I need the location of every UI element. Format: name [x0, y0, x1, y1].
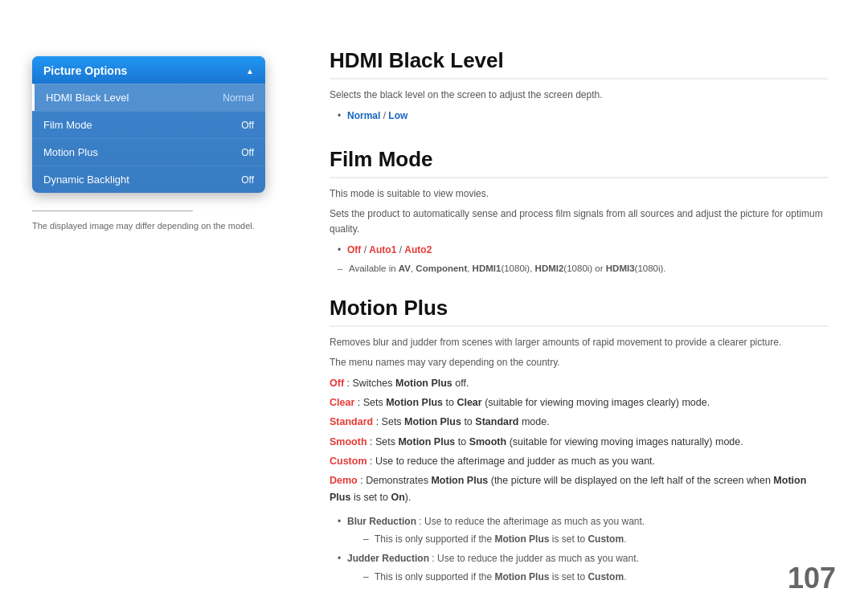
menu-item-film[interactable]: Film Mode Off — [32, 111, 265, 138]
hdmi-desc: Selects the black level on the screen to… — [330, 88, 828, 103]
menu-item-hdmi[interactable]: HDMI Black Level Normal — [32, 84, 265, 111]
option-off: Off — [347, 244, 361, 255]
menu-item-value: Off — [241, 147, 254, 158]
motion-desc1: Removes blur and judder from scenes with… — [330, 335, 828, 350]
section-hdmi-black-level: HDMI Black Level Selects the black level… — [330, 48, 828, 125]
section-title-motion: Motion Plus — [330, 296, 828, 327]
menu-item-motion[interactable]: Motion Plus Off — [32, 138, 265, 166]
motion-clear-line: Clear : Sets Motion Plus to Clear (suita… — [330, 394, 828, 411]
left-note: The displayed image may differ depending… — [32, 219, 273, 233]
motion-demo-line: Demo : Demonstrates Motion Plus (the pic… — [330, 472, 828, 507]
section-title-film: Film Mode — [330, 147, 828, 178]
motion-standard-line: Standard : Sets Motion Plus to Standard … — [330, 414, 828, 431]
label-custom: Custom — [330, 456, 367, 467]
picture-options-menu: Picture Options ▲ HDMI Black Level Norma… — [32, 56, 265, 193]
blur-sub-item: This is only supported if the Motion Plu… — [363, 531, 828, 547]
hdmi-options: Normal / Low — [338, 108, 828, 124]
menu-title: Picture Options — [43, 64, 127, 77]
film-avail-text: – Available in AV, Component, HDMI1(1080… — [338, 264, 828, 273]
hdmi-option-item: Normal / Low — [338, 108, 828, 124]
film-avail-note: – Available in AV, Component, HDMI1(1080… — [338, 264, 828, 273]
motion-smooth-line: Smooth : Sets Motion Plus to Smooth (sui… — [330, 434, 828, 451]
label-demo: Demo — [330, 475, 358, 486]
left-panel: Picture Options ▲ HDMI Black Level Norma… — [0, 32, 305, 581]
section-title-hdmi: HDMI Black Level — [330, 48, 828, 80]
menu-arrow-icon: ▲ — [246, 67, 254, 76]
option-low: Low — [388, 110, 407, 121]
divider — [32, 210, 193, 211]
blur-sub-list: This is only supported if the Motion Plu… — [363, 531, 828, 547]
menu-item-label: HDMI Black Level — [46, 92, 129, 104]
motion-bullet-list: Blur Reduction : Use to reduce the after… — [338, 513, 828, 581]
judder-sub-item: This is only supported if the Motion Plu… — [363, 569, 828, 581]
label-off: Off — [330, 378, 344, 389]
section-film-mode: Film Mode This mode is suitable to view … — [330, 147, 828, 273]
menu-item-value: Off — [241, 120, 254, 131]
film-options: Off / Auto1 / Auto2 — [338, 242, 828, 258]
menu-item-label: Motion Plus — [43, 146, 98, 158]
motion-custom-line: Custom : Use to reduce the afterimage an… — [330, 453, 828, 470]
right-panel: HDMI Black Level Selects the black level… — [305, 32, 868, 581]
menu-item-dynamic[interactable]: Dynamic Backlight Off — [32, 166, 265, 193]
option-auto2: Auto2 — [404, 244, 432, 255]
menu-item-value: Normal — [223, 92, 254, 104]
section-motion-plus: Motion Plus Removes blur and judder from… — [330, 296, 828, 581]
menu-item-value: Off — [241, 174, 254, 186]
page-number: 107 — [788, 562, 836, 595]
label-smooth: Smooth — [330, 436, 367, 447]
blur-reduction-item: Blur Reduction : Use to reduce the after… — [338, 513, 828, 548]
label-standard: Standard — [330, 416, 373, 427]
film-option-item: Off / Auto1 / Auto2 — [338, 242, 828, 258]
motion-desc2: The menu names may vary depending on the… — [330, 355, 828, 370]
menu-header: Picture Options ▲ — [32, 56, 265, 84]
motion-off-line: Off : Switches Motion Plus off. — [330, 375, 828, 392]
label-clear: Clear — [330, 397, 354, 408]
film-desc2: Sets the product to automatically sense … — [330, 206, 828, 237]
menu-item-label: Film Mode — [43, 119, 92, 131]
film-desc1: This mode is suitable to view movies. — [330, 186, 828, 202]
option-normal: Normal — [347, 110, 380, 121]
judder-reduction-item: Judder Reduction : Use to reduce the jud… — [338, 550, 828, 581]
option-auto1: Auto1 — [369, 244, 396, 255]
menu-item-label: Dynamic Backlight — [43, 174, 129, 186]
judder-sub-list: This is only supported if the Motion Plu… — [363, 569, 828, 581]
